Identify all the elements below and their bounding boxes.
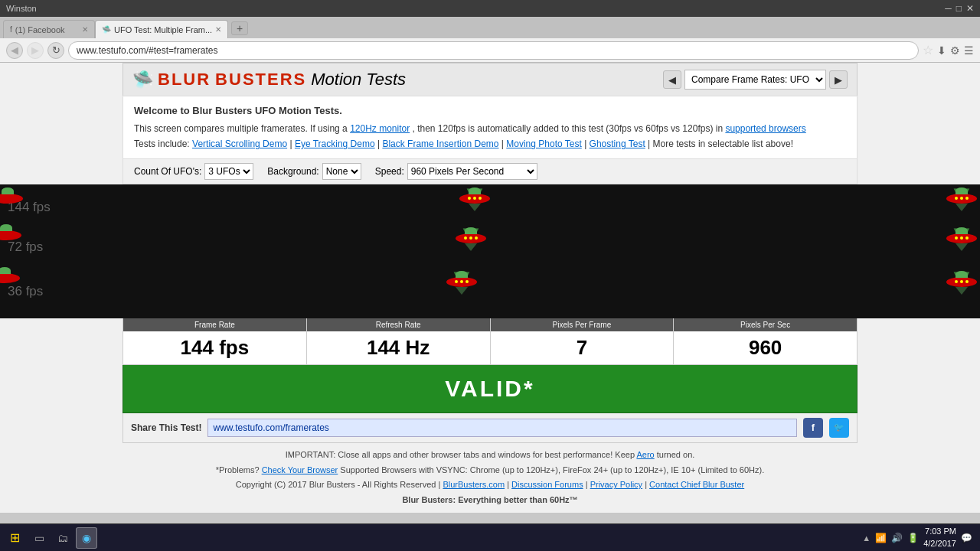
title-blur: BLUR xyxy=(158,70,211,90)
title-bar-text: Winston xyxy=(6,4,37,13)
check-browser-link[interactable]: Check Your Browser xyxy=(262,465,338,474)
stat-pixels-per-frame-value: 7 xyxy=(491,331,674,364)
stat-pixels-per-sec: Pixels Per Sec 960 xyxy=(674,318,857,364)
star-icon[interactable]: ☆ xyxy=(923,43,933,57)
footer-copyright: Copyright (C) 2017 Blur Busters - All Ri… xyxy=(135,478,845,493)
facebook-share-btn[interactable]: f xyxy=(803,418,823,438)
tab-label: (1) Facebook xyxy=(15,25,65,34)
fps-36-label: 36 fps xyxy=(8,284,43,299)
forward-btn[interactable]: ▶ xyxy=(27,42,44,59)
site-title: 🛸 BLUR BUSTERS Motion Tests xyxy=(132,70,406,90)
link-eye-tracking[interactable]: Eye Tracking Demo xyxy=(295,139,375,149)
speed-control: Speed: 960 Pixels Per Second 480 Pixels … xyxy=(375,163,537,180)
ufo-72-left xyxy=(0,230,21,240)
start-btn[interactable]: ⊞ xyxy=(3,527,26,549)
link-bfi[interactable]: Black Frame Insertion Demo xyxy=(382,139,498,149)
tray-clock: 7:03 PM 4/2/2017 xyxy=(923,526,956,549)
maximize-btn[interactable]: □ xyxy=(956,3,962,14)
tray-battery-icon[interactable]: 🔋 xyxy=(907,533,919,543)
ufo-144-right: ▼▼▼ xyxy=(946,187,977,211)
tab-ufo[interactable]: 🛸 UFO Test: Multiple Fram... ✕ xyxy=(95,20,228,38)
download-icon[interactable]: ⬇ xyxy=(937,44,946,57)
tab-close-icon-ufo[interactable]: ✕ xyxy=(215,25,221,34)
compare-box: ◀ Compare Frame Rates: UFO ▶ xyxy=(663,70,848,90)
info-links: Tests include: Vertical Scrolling Demo |… xyxy=(134,136,846,152)
valid-banner: VALID* xyxy=(122,365,858,413)
count-select[interactable]: 3 UFOs 1 UFO 2 UFOs 4 UFOs xyxy=(204,163,253,180)
taskbar: ⊞ ▭ 🗂 ◉ ▲ 📶 🔊 🔋 7:03 PM 4/2/2017 💬 xyxy=(0,523,980,551)
share-url-input[interactable] xyxy=(207,419,797,437)
minimize-btn[interactable]: ─ xyxy=(945,3,952,14)
stat-pixels-per-sec-value: 960 xyxy=(674,331,857,364)
tab-label-ufo: UFO Test: Multiple Fram... xyxy=(114,25,212,34)
stat-refresh-rate: Refresh Rate 144 Hz xyxy=(307,318,491,364)
tray-notification-icon[interactable]: 💬 xyxy=(961,533,972,543)
link-moving-photo[interactable]: Moving Photo Test xyxy=(506,139,582,149)
compare-select[interactable]: Compare Frame Rates: UFO xyxy=(684,70,826,90)
browser-link[interactable]: supported browsers xyxy=(725,123,805,134)
background-label: Background: xyxy=(267,166,318,177)
speed-label: Speed: xyxy=(375,166,404,177)
ufo-logo-icon: 🛸 xyxy=(132,70,153,90)
tray-up-icon[interactable]: ▲ xyxy=(862,533,871,543)
footer-problems: *Problems? Check Your Browser Supported … xyxy=(135,463,845,478)
back-btn[interactable]: ◀ xyxy=(6,42,23,59)
ufo-72-right: ▼▼▼ xyxy=(946,227,977,251)
stat-refresh-rate-label: Refresh Rate xyxy=(307,318,490,331)
count-label: Count Of UFO's: xyxy=(134,166,201,177)
new-tab-btn[interactable]: + xyxy=(231,21,248,35)
extensions-icon[interactable]: ⚙ xyxy=(950,44,960,57)
taskbar-search[interactable]: ▭ xyxy=(28,527,50,549)
title-bar: Winston ─ □ ✕ xyxy=(0,0,980,17)
ufo-72-center: ▼▼▼ xyxy=(456,227,486,251)
stat-pixels-per-frame-label: Pixels Per Frame xyxy=(491,318,674,331)
address-bar: ◀ ▶ ↻ www.testufo.com/#test=framerates ☆… xyxy=(0,38,980,63)
close-btn[interactable]: ✕ xyxy=(966,3,974,14)
taskbar-chrome[interactable]: ◉ xyxy=(76,527,97,549)
link-ghosting[interactable]: Ghosting Test xyxy=(590,139,645,149)
monitor-link[interactable]: 120Hz monitor xyxy=(350,123,410,134)
stat-frame-rate: Frame Rate 144 fps xyxy=(123,318,307,364)
contact-link[interactable]: Contact Chief Blur Buster xyxy=(649,480,744,489)
blurbusters-link[interactable]: BlurBusters.com xyxy=(443,480,505,489)
stat-refresh-rate-value: 144 Hz xyxy=(307,331,490,364)
footer-tagline: Blur Busters: Everything better than 60H… xyxy=(135,493,845,508)
site-header: 🛸 BLUR BUSTERS Motion Tests ◀ Compare Fr… xyxy=(122,63,858,96)
share-label: Share This Test! xyxy=(131,422,201,433)
refresh-btn[interactable]: ↻ xyxy=(47,42,64,59)
url-bar[interactable]: www.testufo.com/#test=framerates xyxy=(68,41,919,60)
tab-favicon: f xyxy=(10,25,12,34)
fps-72-label: 72 fps xyxy=(8,240,43,255)
compare-right-arrow[interactable]: ▶ xyxy=(829,70,848,89)
tray-network-icon[interactable]: 📶 xyxy=(875,533,887,543)
background-control: Background: None Dark Light xyxy=(267,163,361,180)
menu-icon[interactable]: ☰ xyxy=(964,44,974,57)
discussion-link[interactable]: Discussion Forums xyxy=(511,480,583,489)
share-panel: Share This Test! f 🐦 xyxy=(122,413,858,443)
welcome-text: Welcome to Blur Busters UFO Motion Tests… xyxy=(134,103,846,119)
footer-important: IMPORTANT: Close all apps and other brow… xyxy=(135,448,845,463)
link-vertical-scroll[interactable]: Vertical Scrolling Demo xyxy=(192,139,287,149)
stat-frame-rate-value: 144 fps xyxy=(123,331,306,364)
tray-volume-icon[interactable]: 🔊 xyxy=(891,533,903,543)
aero-link[interactable]: Aero xyxy=(636,450,654,459)
title-motion: Motion xyxy=(311,70,361,90)
ufo-144-left: ▼ xyxy=(0,187,23,204)
tray-area: ▲ 📶 🔊 🔋 7:03 PM 4/2/2017 💬 xyxy=(858,526,977,549)
tab-bar: f (1) Facebook ✕ 🛸 UFO Test: Multiple Fr… xyxy=(0,17,980,38)
twitter-share-btn[interactable]: 🐦 xyxy=(829,418,849,438)
compare-left-arrow[interactable]: ◀ xyxy=(663,70,681,89)
url-text: www.testufo.com/#test=framerates xyxy=(77,45,217,56)
speed-select[interactable]: 960 Pixels Per Second 480 Pixels Per Sec… xyxy=(407,163,537,180)
background-select[interactable]: None Dark Light xyxy=(322,163,361,180)
tab-facebook[interactable]: f (1) Facebook ✕ xyxy=(3,20,95,38)
info-panel: Welcome to Blur Busters UFO Motion Tests… xyxy=(122,96,858,159)
privacy-link[interactable]: Privacy Policy xyxy=(590,480,642,489)
stat-pixels-per-sec-label: Pixels Per Sec xyxy=(674,318,857,331)
stat-frame-rate-label: Frame Rate xyxy=(123,318,306,331)
count-control: Count Of UFO's: 3 UFOs 1 UFO 2 UFOs 4 UF… xyxy=(134,163,253,180)
stat-pixels-per-frame: Pixels Per Frame 7 xyxy=(491,318,675,364)
taskbar-files[interactable]: 🗂 xyxy=(52,527,74,549)
tab-close-icon[interactable]: ✕ xyxy=(82,25,88,34)
page: 🛸 BLUR BUSTERS Motion Tests ◀ Compare Fr… xyxy=(0,63,980,513)
